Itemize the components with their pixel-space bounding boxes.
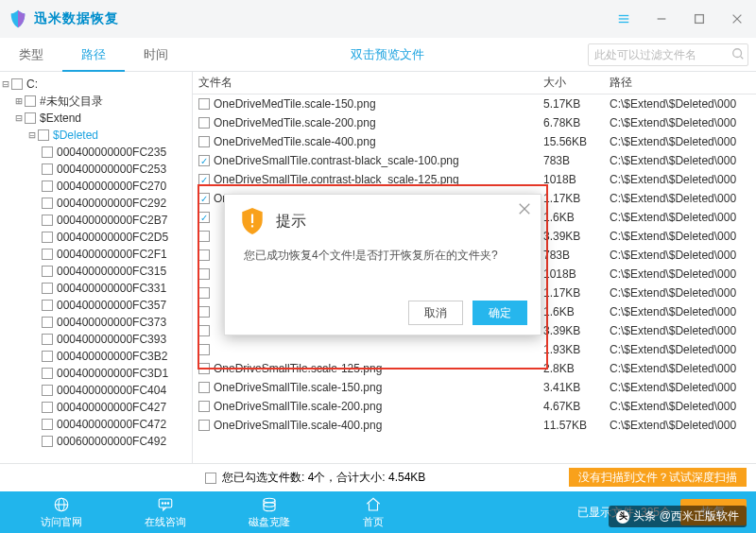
tree-unknown-parent[interactable]: ⊞#未知父目录 [0,93,192,110]
checkbox[interactable] [42,181,53,192]
file-checkbox[interactable] [198,401,210,412]
tree-folder[interactable]: 000400000000FC357 [0,297,192,314]
chat-button[interactable]: 在线咨询 [113,491,217,533]
dialog-ok-button[interactable]: 确定 [472,301,527,325]
home-button[interactable]: 首页 [321,491,425,533]
checkbox[interactable] [42,249,53,260]
checkbox[interactable] [42,283,53,294]
tree-folder[interactable]: 000400000000FC404 [0,382,192,399]
file-checkbox[interactable] [198,306,210,318]
tree-folder[interactable]: 000400000000FC235 [0,144,192,161]
checkbox[interactable] [42,419,53,430]
checkbox[interactable] [38,129,49,141]
file-row[interactable]: OneDriveSmallTile.scale-200.png4.67KBC:\… [193,397,756,416]
tab-path[interactable]: 路径 [62,38,125,71]
file-row[interactable]: OneDriveSmallTile.contrast-black_scale-1… [193,151,756,170]
checkbox[interactable] [42,436,53,447]
tree-folder[interactable]: 000400000000FC3D1 [0,365,192,382]
tree-folder[interactable]: 000400000000FC2F1 [0,246,192,263]
expand-icon[interactable]: ⊞ [13,95,25,108]
file-checkbox[interactable] [198,117,210,129]
file-checkbox[interactable] [198,382,210,393]
checkbox[interactable] [11,78,23,90]
tree-folder[interactable]: 000400000000FC315 [0,263,192,280]
file-row[interactable]: OneDriveMedTile.scale-200.png6.78KBC:\$E… [193,113,756,132]
expand-icon[interactable]: ⊟ [0,77,11,91]
tree-extend[interactable]: ⊟$Extend [0,110,192,127]
close-button[interactable] [718,0,756,38]
tree-folder[interactable]: 000400000000FC292 [0,195,192,212]
file-row[interactable]: OneDriveSmallTile.scale-125.png2.8KBC:\$… [193,359,756,378]
file-checkbox[interactable] [198,98,210,110]
column-path[interactable]: 路径 [610,75,756,91]
file-checkbox[interactable] [198,268,210,280]
file-row[interactable]: OneDriveMedTile.scale-150.png5.17KBC:\$E… [193,95,756,113]
dialog-cancel-button[interactable]: 取消 [408,301,463,325]
checkbox[interactable] [42,163,53,175]
tree-folder[interactable]: 000400000000FC270 [0,178,192,195]
file-checkbox[interactable] [198,363,210,374]
tree-folder[interactable]: 000400000000FC472 [0,416,192,433]
file-row[interactable]: OneDriveMedTile.scale-400.png15.56KBC:\$… [193,132,756,151]
menu-button[interactable] [605,0,643,38]
file-checkbox[interactable] [198,420,210,431]
tree-folder[interactable]: 000400000000FC331 [0,280,192,297]
maximize-button[interactable] [680,0,718,38]
checkbox[interactable] [42,317,53,328]
tree-folder[interactable]: 000600000000FC492 [0,433,192,450]
file-path: C:\$Extend\$Deleted\000 [610,419,756,432]
checkbox[interactable] [25,95,36,107]
tree-root[interactable]: ⊟C: [0,76,192,93]
expand-icon[interactable]: ⊟ [13,112,25,125]
column-name[interactable]: 文件名 [193,75,543,91]
disk-clone-button[interactable]: 磁盘克隆 [217,491,321,533]
checkbox[interactable] [42,146,53,158]
search-icon[interactable] [731,47,745,63]
column-size[interactable]: 大小 [543,75,610,91]
checkbox[interactable] [42,368,53,379]
file-checkbox[interactable] [198,249,210,261]
file-row[interactable]: 1.93KBC:\$Extend\$Deleted\000 [193,340,756,359]
checkbox[interactable] [42,334,53,345]
checkbox[interactable] [25,112,36,124]
file-checkbox[interactable] [198,155,210,166]
file-checkbox[interactable] [198,174,210,185]
svg-rect-4 [696,15,704,24]
tree-folder[interactable]: 000400000000FC393 [0,331,192,348]
file-row[interactable]: OneDriveSmallTile.scale-150.png3.41KBC:\… [193,378,756,397]
tab-time[interactable]: 时间 [125,38,187,71]
minimize-button[interactable] [643,0,680,38]
checkbox[interactable] [42,351,53,362]
search-input[interactable] [588,43,748,66]
file-checkbox[interactable] [198,287,210,299]
deep-scan-button[interactable]: 没有扫描到文件？试试深度扫描 [569,468,747,487]
file-row[interactable]: OneDriveSmallTile.scale-400.png11.57KBC:… [193,416,756,435]
globe-icon [53,496,70,513]
file-checkbox[interactable] [198,193,210,204]
file-checkbox[interactable] [198,231,210,242]
visit-website-button[interactable]: 访问官网 [9,491,113,533]
tree-folder[interactable]: 000400000000FC427 [0,399,192,416]
tree-folder[interactable]: 000400000000FC373 [0,314,192,331]
file-checkbox[interactable] [198,136,210,147]
checkbox[interactable] [42,266,53,277]
select-all-checkbox[interactable] [205,473,216,484]
file-checkbox[interactable] [198,212,210,223]
checkbox[interactable] [42,215,53,226]
tree-folder[interactable]: 000400000000FC2B7 [0,212,192,229]
checkbox[interactable] [42,402,53,413]
file-checkbox[interactable] [198,344,210,355]
checkbox[interactable] [42,232,53,243]
tree-folder[interactable]: 000400000000FC3B2 [0,348,192,365]
tree-folder[interactable]: 000400000000FC253 [0,161,192,178]
checkbox[interactable] [42,385,53,396]
tab-type[interactable]: 类型 [0,38,62,71]
tree-deleted[interactable]: ⊟$Deleted [0,127,192,144]
checkbox[interactable] [42,300,53,311]
file-row[interactable]: OneDriveSmallTile.contrast-black_scale-1… [193,170,756,189]
expand-icon[interactable]: ⊟ [26,129,38,142]
tree-folder[interactable]: 000400000000FC2D5 [0,229,192,246]
file-checkbox[interactable] [198,325,210,336]
checkbox[interactable] [42,198,53,209]
dialog-close-button[interactable] [518,202,531,218]
